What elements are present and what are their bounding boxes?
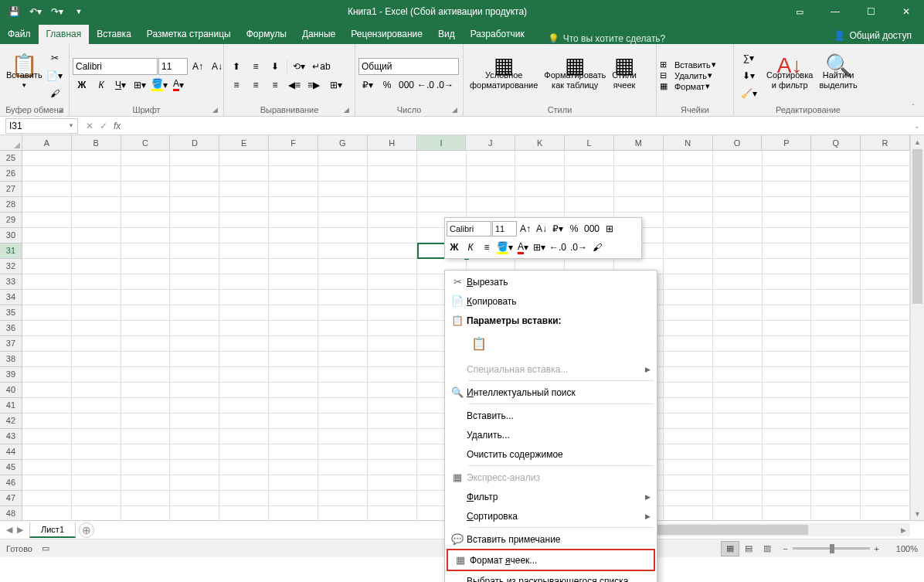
mini-italic[interactable]: К	[463, 239, 478, 256]
cell[interactable]	[170, 151, 219, 166]
cell[interactable]	[713, 274, 763, 290]
cell[interactable]	[219, 429, 269, 444]
cell[interactable]	[861, 151, 910, 166]
cell[interactable]	[368, 398, 417, 414]
page-break-view-button[interactable]: ▥	[758, 541, 776, 556]
cell[interactable]	[614, 197, 664, 213]
cell[interactable]	[368, 414, 417, 429]
mini-fill-color[interactable]: 🪣▾	[495, 239, 515, 256]
ctx-sort[interactable]: Сортировка▶	[445, 506, 657, 526]
cell[interactable]	[318, 243, 368, 259]
cell[interactable]	[861, 182, 910, 197]
align-bottom-button[interactable]: ⬇	[266, 58, 284, 75]
cell[interactable]	[269, 383, 318, 398]
ctx-copy[interactable]: 📄Копировать	[445, 291, 657, 311]
cell[interactable]	[318, 336, 368, 352]
wrap-text-button[interactable]: ↵ab	[309, 58, 334, 75]
number-launcher[interactable]: ◢	[450, 105, 459, 114]
cell[interactable]	[72, 475, 121, 491]
cell[interactable]	[713, 444, 763, 460]
cell[interactable]	[861, 475, 910, 491]
cell[interactable]	[664, 197, 713, 213]
cell[interactable]	[565, 197, 614, 213]
align-right-button[interactable]: ≡	[266, 77, 284, 94]
row-header[interactable]: 40	[0, 383, 22, 398]
cell[interactable]	[170, 197, 219, 213]
ctx-delete[interactable]: Удалить...	[445, 425, 657, 444]
cell[interactable]	[861, 414, 910, 429]
column-header[interactable]: P	[762, 135, 811, 150]
cell[interactable]	[219, 460, 269, 475]
cell[interactable]	[763, 274, 812, 290]
row-header[interactable]: 26	[0, 166, 22, 182]
macro-record-icon[interactable]: ▭	[42, 543, 49, 553]
mini-bold[interactable]: Ж	[447, 239, 462, 256]
cell[interactable]	[121, 383, 171, 398]
cell[interactable]	[664, 274, 713, 290]
cell[interactable]	[170, 321, 219, 336]
cell[interactable]	[269, 506, 318, 522]
cell[interactable]	[763, 151, 812, 166]
cell[interactable]	[811, 197, 861, 213]
ctx-filter[interactable]: Фильтр▶	[445, 487, 657, 506]
row-header[interactable]: 38	[0, 352, 22, 367]
sheet-nav-prev[interactable]: ◀	[5, 523, 14, 536]
cell[interactable]	[269, 197, 318, 213]
cell[interactable]	[811, 475, 861, 491]
italic-button[interactable]: К	[92, 77, 110, 94]
cell[interactable]	[811, 305, 861, 321]
mini-align-center[interactable]: ≡	[479, 239, 494, 256]
cell[interactable]	[318, 259, 368, 274]
cell[interactable]	[269, 352, 318, 367]
insert-function-button[interactable]: fx	[114, 121, 121, 131]
cell[interactable]	[811, 414, 861, 429]
cell[interactable]	[170, 228, 219, 243]
cell[interactable]	[22, 259, 72, 274]
cell[interactable]	[861, 506, 910, 522]
ribbon-options-button[interactable]: ▭	[782, 0, 817, 23]
cell[interactable]	[318, 398, 368, 414]
cell[interactable]	[170, 166, 219, 182]
column-header[interactable]: B	[72, 135, 121, 150]
row-header[interactable]: 45	[0, 460, 22, 475]
cell[interactable]	[121, 166, 171, 182]
cell[interactable]	[318, 151, 368, 166]
paste-button[interactable]: 📋 Вставить ▼	[3, 49, 46, 102]
cell[interactable]	[219, 259, 269, 274]
cell[interactable]	[664, 367, 713, 383]
mini-borders[interactable]: ⊞▾	[532, 239, 547, 256]
cell[interactable]	[713, 383, 763, 398]
decrease-indent-button[interactable]: ◀≡	[285, 77, 304, 94]
cell[interactable]	[219, 491, 269, 506]
cell[interactable]	[121, 274, 171, 290]
cell[interactable]	[269, 305, 318, 321]
cell[interactable]	[72, 336, 121, 352]
cell[interactable]	[170, 213, 219, 228]
clipboard-launcher[interactable]: ◢	[56, 105, 65, 114]
cell[interactable]	[861, 197, 910, 213]
cell[interactable]	[22, 166, 72, 182]
cell[interactable]	[170, 506, 219, 522]
cell[interactable]	[121, 475, 171, 491]
cell[interactable]	[22, 352, 72, 367]
row-header[interactable]: 35	[0, 305, 22, 321]
row-header[interactable]: 29	[0, 213, 22, 228]
name-box[interactable]: I31▼	[5, 118, 78, 134]
conditional-formatting-button[interactable]: ▦Условное форматирование	[467, 49, 541, 102]
redo-button[interactable]: ↷▾	[48, 2, 66, 21]
row-header[interactable]: 33	[0, 274, 22, 290]
cell[interactable]	[811, 398, 861, 414]
cell[interactable]	[121, 352, 171, 367]
cell[interactable]	[368, 213, 417, 228]
row-header[interactable]: 27	[0, 182, 22, 197]
cell[interactable]	[515, 166, 565, 182]
cell[interactable]	[664, 444, 713, 460]
copy-button[interactable]: 📄▾	[46, 67, 64, 84]
tab-data[interactable]: Данные	[294, 25, 343, 44]
column-header[interactable]: Q	[811, 135, 861, 150]
autosum-button[interactable]: ∑▾	[737, 49, 760, 66]
cell[interactable]	[763, 429, 812, 444]
cell[interactable]	[318, 383, 368, 398]
format-as-table-button[interactable]: ▦Форматировать как таблицу	[541, 49, 609, 102]
cell[interactable]	[318, 213, 368, 228]
